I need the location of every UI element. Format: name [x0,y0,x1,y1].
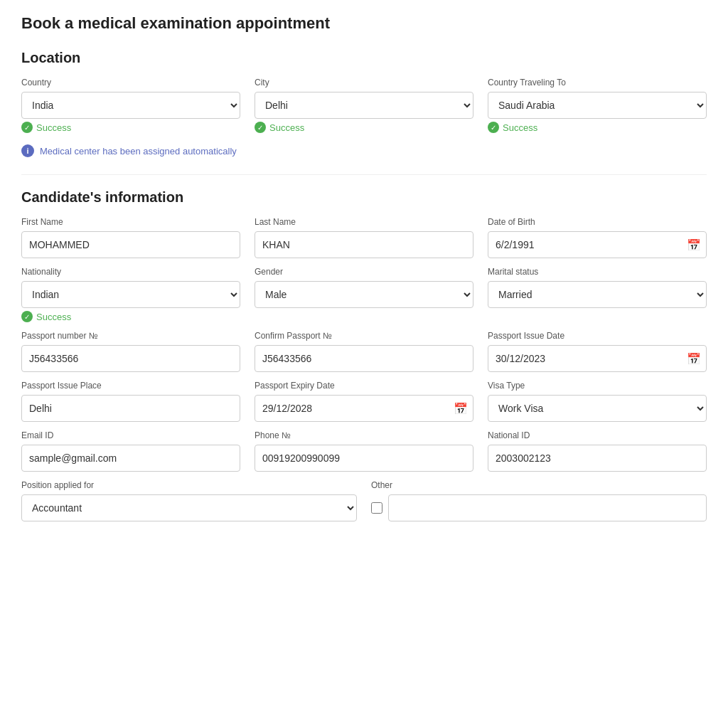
nationality-group: Nationality Indian ✓ Success [21,267,240,322]
marital-status-select[interactable]: Married [488,281,707,308]
country-traveling-to-label: Country Traveling To [488,78,707,88]
passport-expiry-date-input[interactable] [255,395,473,422]
passport-number-label: Passport number № [21,331,240,341]
other-input-wrapper [371,494,707,521]
marital-status-label: Marital status [488,267,707,277]
passport-issue-date-wrapper: 📅 [488,345,707,372]
position-select[interactable]: Accountant [21,494,357,521]
country-traveling-to-group: Country Traveling To Saudi Arabia ✓ Succ… [488,78,707,133]
dob-input[interactable] [488,231,707,258]
visa-type-select[interactable]: Work Visa [488,395,707,422]
row-passport: Passport number № Confirm Passport № Pas… [21,331,707,372]
national-id-input[interactable] [488,445,707,472]
gender-group: Gender Male [255,267,473,322]
visa-type-group: Visa Type Work Visa [488,381,707,422]
city-success-icon: ✓ [255,122,266,133]
passport-number-input[interactable] [21,345,240,372]
marital-status-group: Marital status Married [488,267,707,322]
country-label: Country [21,78,240,88]
passport-issue-place-group: Passport Issue Place [21,381,240,422]
passport-expiry-date-group: Passport Expiry Date 📅 [255,381,473,422]
nationality-label: Nationality [21,267,240,277]
national-id-group: National ID [488,430,707,472]
gender-select[interactable]: Male [255,281,473,308]
country-traveling-to-success-icon: ✓ [488,122,499,133]
phone-input[interactable] [255,445,473,472]
first-name-group: First Name [21,217,240,258]
email-group: Email ID [21,430,240,472]
section-divider [21,174,707,175]
row-position-other: Position applied for Accountant Other [21,480,707,521]
dob-group: Date of Birth 📅 [488,217,707,258]
last-name-input[interactable] [255,231,473,258]
nationality-success: ✓ Success [21,311,240,322]
country-traveling-to-success: ✓ Success [488,122,707,133]
country-group: Country India ✓ Success [21,78,240,133]
confirm-passport-label: Confirm Passport № [255,331,473,341]
country-success: ✓ Success [21,122,240,133]
phone-group: Phone № [255,430,473,472]
city-success-text: Success [269,122,304,133]
dob-input-wrapper: 📅 [488,231,707,258]
row-email-phone-nationalid: Email ID Phone № National ID [21,430,707,472]
city-success: ✓ Success [255,122,473,133]
last-name-label: Last Name [255,217,473,227]
row-nationality-gender-marital: Nationality Indian ✓ Success Gender Male… [21,267,707,322]
other-label: Other [371,480,707,490]
email-input[interactable] [21,445,240,472]
email-label: Email ID [21,430,240,440]
dob-label: Date of Birth [488,217,707,227]
last-name-group: Last Name [255,217,473,258]
passport-issue-date-label: Passport Issue Date [488,331,707,341]
confirm-passport-input[interactable] [255,345,473,372]
country-select[interactable]: India [21,92,240,119]
position-group: Position applied for Accountant [21,480,357,521]
phone-label: Phone № [255,430,473,440]
location-row: Country India ✓ Success City Delhi ✓ Suc… [21,78,707,133]
country-success-text: Success [36,122,71,133]
candidate-section: Candidate's information First Name Last … [21,189,707,521]
first-name-label: First Name [21,217,240,227]
other-group: Other [371,480,707,521]
passport-expiry-date-label: Passport Expiry Date [255,381,473,391]
nationality-success-icon: ✓ [21,311,33,322]
visa-type-label: Visa Type [488,381,707,391]
country-success-icon: ✓ [21,122,33,133]
location-section: Location Country India ✓ Success City De… [21,50,707,157]
info-icon: i [21,144,34,157]
country-traveling-to-success-text: Success [503,122,537,133]
passport-issue-date-input[interactable] [488,345,707,372]
national-id-label: National ID [488,430,707,440]
passport-issue-date-group: Passport Issue Date 📅 [488,331,707,372]
nationality-success-text: Success [36,312,71,322]
page-title: Book a medical examination appointment [21,14,707,33]
passport-number-group: Passport number № [21,331,240,372]
gender-label: Gender [255,267,473,277]
passport-issue-place-input[interactable] [21,395,240,422]
position-label: Position applied for [21,480,357,490]
row-name-dob: First Name Last Name Date of Birth 📅 [21,217,707,258]
nationality-select[interactable]: Indian [21,281,240,308]
location-heading: Location [21,50,707,66]
city-label: City [255,78,473,88]
city-group: City Delhi ✓ Success [255,78,473,133]
passport-issue-place-label: Passport Issue Place [21,381,240,391]
city-select[interactable]: Delhi [255,92,473,119]
other-checkbox[interactable] [371,502,382,514]
other-input[interactable] [388,494,707,521]
first-name-input[interactable] [21,231,240,258]
confirm-passport-group: Confirm Passport № [255,331,473,372]
country-traveling-to-select[interactable]: Saudi Arabia [488,92,707,119]
info-banner: i Medical center has been assigned autom… [21,144,707,157]
passport-expiry-date-wrapper: 📅 [255,395,473,422]
candidate-heading: Candidate's information [21,189,707,206]
row-passport-place-expiry-visa: Passport Issue Place Passport Expiry Dat… [21,381,707,422]
info-message: Medical center has been assigned automat… [40,146,237,157]
